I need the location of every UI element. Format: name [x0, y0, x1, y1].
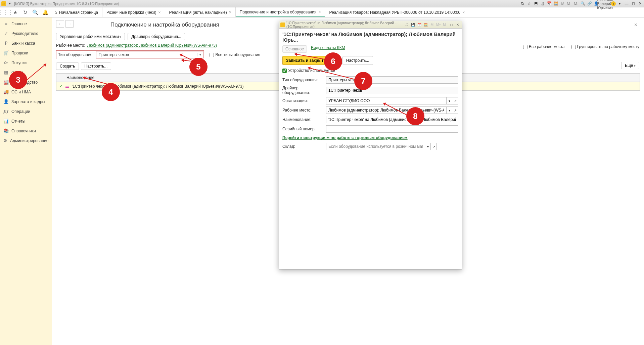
sidebar-item-reports[interactable]: 📊Отчеты: [0, 116, 52, 126]
calendar-icon[interactable]: 📅: [547, 1, 552, 6]
more-button[interactable]: Еще: [621, 62, 639, 69]
dialog-window-title: '1С:Принтер чеков' на Любимов (администр…: [286, 21, 404, 29]
tab-realization[interactable]: Реализация (акты, накладные) ×: [165, 7, 236, 17]
m-minus-label[interactable]: M-: [573, 1, 579, 6]
sidebar-item-references[interactable]: 📚Справочники: [0, 126, 52, 136]
save-close-button[interactable]: Записать и закрыть: [282, 56, 330, 65]
search-icon[interactable]: 🔍: [580, 1, 586, 6]
tab-invoice[interactable]: Реализация товаров: Накладная УРБП-00000…: [325, 7, 469, 17]
callout-5: 5: [189, 58, 208, 76]
serial-label: Серийный номер:: [282, 127, 326, 131]
tab-equipment[interactable]: Подключение и настройка оборудования ×: [236, 7, 325, 17]
open-icon[interactable]: ↗: [452, 97, 458, 104]
app-title: [КОПИЯ] Бухгалтерия Предприятия 1С 8.3 (…: [14, 2, 520, 6]
grid-icon[interactable]: ⋮⋮⋮: [0, 7, 10, 17]
star-icon[interactable]: ★: [10, 7, 20, 17]
dialog-title: '1С:Принтер чеков' на Любимов (администр…: [282, 31, 458, 43]
tab-label: Подключение и настройка оборудования: [240, 10, 317, 14]
dropdown-icon[interactable]: ▾: [7, 1, 12, 6]
configure-button[interactable]: Настроить...: [342, 56, 373, 65]
warehouse-label: Склад:: [282, 144, 326, 149]
group-checkbox[interactable]: Группировать по рабочему месту: [571, 44, 639, 49]
info-icon[interactable]: i: [611, 1, 616, 6]
bell-icon[interactable]: 🔔: [40, 7, 50, 17]
chart-icon: ✓: [3, 31, 9, 36]
minimize-icon[interactable]: —: [624, 1, 629, 6]
tool-icon[interactable]: 🖨: [540, 1, 545, 6]
sidebar-item-manager[interactable]: ✓Руководителю: [0, 29, 52, 38]
close-icon[interactable]: ×: [158, 10, 161, 15]
user-name[interactable]: Любимов Валерий Юрьевич: [602, 1, 608, 6]
page-close-icon[interactable]: ×: [634, 22, 640, 28]
search-icon[interactable]: 🔍: [30, 7, 40, 17]
sidebar-item-admin[interactable]: ⚙Администрирование: [0, 136, 52, 145]
save-icon[interactable]: 💾: [410, 23, 416, 27]
maximize-icon[interactable]: ◻: [631, 1, 636, 6]
link-icon[interactable]: 🔗: [587, 1, 592, 6]
tab-main[interactable]: Основное: [282, 45, 307, 53]
configure-button[interactable]: Настроить...: [81, 62, 111, 70]
person-icon: 👤: [3, 99, 9, 104]
close-icon[interactable]: ✕: [455, 23, 460, 27]
driver-input[interactable]: [326, 87, 458, 94]
workplace-input[interactable]: [326, 106, 446, 114]
tab-home[interactable]: ⌂ Начальная страница: [50, 7, 102, 17]
ruble-icon: ₽: [3, 41, 9, 46]
close-icon[interactable]: ✕: [637, 1, 643, 6]
print-icon[interactable]: 🖨: [404, 23, 409, 27]
sidebar-item-sales[interactable]: 🛒Продажи: [0, 48, 52, 58]
tab-label: Реализация товаров: Накладная УРБП-00000…: [329, 10, 460, 15]
nav-back-button[interactable]: ←: [56, 20, 64, 28]
m-minus-icon[interactable]: M-: [442, 23, 448, 27]
all-types-checkbox[interactable]: Все типы оборудования: [210, 52, 260, 57]
page-title: Подключение и настройка оборудования: [110, 21, 219, 28]
close-icon[interactable]: ×: [462, 10, 465, 15]
sidebar-item-label: Покупки: [11, 60, 27, 65]
instructions-link[interactable]: Перейти к инструкциям по работе с торгов…: [282, 135, 458, 140]
sidebar-item-label: ОС и НМА: [11, 90, 31, 94]
all-workplaces-checkbox[interactable]: Все рабочие места: [523, 44, 565, 49]
sidebar-item-label: Справочники: [11, 129, 36, 133]
org-input[interactable]: [326, 97, 446, 104]
sidebar-item-label: Продажи: [11, 51, 28, 55]
serial-input[interactable]: [326, 125, 458, 133]
drivers-button[interactable]: Драйверы оборудования...: [128, 33, 185, 40]
nav-forward-button[interactable]: →: [65, 20, 74, 28]
m-icon[interactable]: M: [429, 23, 435, 27]
books-icon: 📚: [3, 128, 9, 133]
tool-icon[interactable]: ☆: [526, 1, 532, 6]
calc-icon[interactable]: 🧮: [423, 23, 428, 27]
manage-workplaces-button[interactable]: Управление рабочими местами: [56, 33, 125, 40]
warehouse-input[interactable]: [326, 143, 425, 150]
m-plus-label[interactable]: M+: [567, 1, 572, 6]
sidebar-item-salary[interactable]: 👤Зарплата и кадры: [0, 97, 52, 106]
close-icon[interactable]: ×: [318, 10, 321, 14]
tool-icon[interactable]: ⬒: [533, 1, 539, 6]
sidebar-item-operations[interactable]: ДтОперации: [0, 106, 52, 116]
calc-icon[interactable]: 🧮: [553, 1, 559, 6]
calendar-icon[interactable]: 📅: [417, 23, 422, 27]
dropdown-icon[interactable]: ▾: [617, 1, 623, 6]
dropdown-icon[interactable]: ▾: [446, 97, 452, 104]
sidebar-item-purchases[interactable]: 🛍Покупки: [0, 58, 52, 68]
open-icon[interactable]: ↗: [431, 143, 437, 150]
m-label[interactable]: M: [560, 1, 565, 6]
row-text: '1С:Принтер чеков' на Любимов (администр…: [72, 84, 244, 89]
tab-payment-types[interactable]: Виды оплаты ККМ: [311, 45, 345, 53]
sidebar-item-bank[interactable]: ₽Банк и касса: [0, 38, 52, 48]
open-icon[interactable]: ↗: [452, 106, 458, 114]
dropdown-icon[interactable]: ▾: [425, 143, 431, 150]
close-icon[interactable]: ×: [229, 10, 231, 15]
sidebar-item-assets[interactable]: 🚚ОС и НМА: [0, 87, 52, 97]
history-icon[interactable]: ↻: [20, 7, 30, 17]
tool-icon[interactable]: ⧉: [520, 1, 525, 6]
sidebar-item-main[interactable]: ≡Главное: [0, 19, 52, 29]
dialog-titlebar[interactable]: '1С:Принтер чеков' на Любимов (администр…: [279, 21, 462, 29]
maximize-icon[interactable]: ◻: [449, 23, 454, 27]
name-input[interactable]: [326, 116, 458, 123]
workplace-link[interactable]: Любимов (администратор); Любимов Валерий…: [87, 43, 217, 48]
create-button[interactable]: Создать: [56, 62, 79, 70]
m-plus-icon[interactable]: M+: [436, 23, 441, 27]
dropdown-icon[interactable]: ▾: [446, 106, 452, 114]
tab-retail[interactable]: Розничные продажи (чеки) ×: [102, 7, 165, 17]
